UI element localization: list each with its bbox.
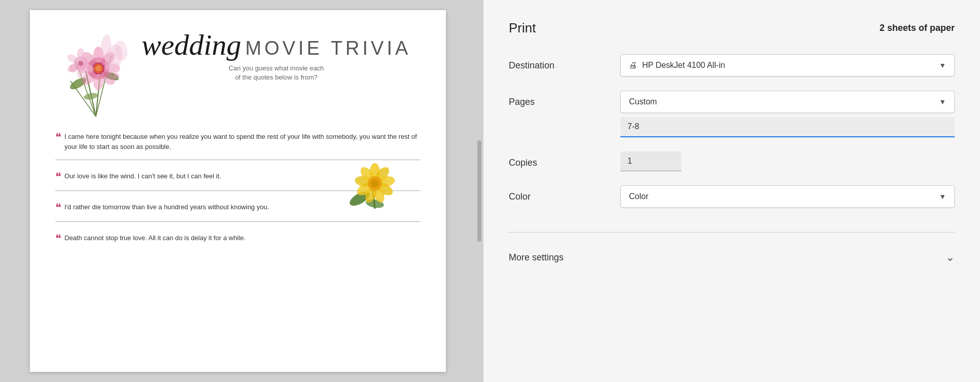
- more-settings-label: More settings: [509, 252, 564, 263]
- yellow-flower-decoration: [344, 153, 405, 214]
- copies-control[interactable]: [620, 151, 955, 171]
- pages-row: Pages Custom ▼: [509, 91, 955, 137]
- pages-value: Custom: [629, 97, 657, 106]
- sheets-info: 2 sheets of paper: [880, 23, 955, 33]
- svg-point-21: [77, 48, 84, 59]
- print-title: Print: [509, 20, 536, 36]
- quote-mark-2: ❝: [55, 171, 61, 182]
- svg-point-19: [95, 65, 101, 71]
- title-movie-trivia: MOVIE TRIVIA: [246, 37, 411, 59]
- quote-mark-1: ❝: [55, 132, 61, 143]
- subtitle: Can you guess what movie each of the quo…: [142, 64, 411, 82]
- svg-point-32: [113, 73, 119, 79]
- svg-point-7: [83, 92, 98, 101]
- title-area: wedding MOVIE TRIVIA Can you guess what …: [136, 30, 411, 82]
- color-row: Color Color ▼: [509, 185, 955, 208]
- print-header: Print 2 sheets of paper: [509, 20, 955, 36]
- printer-icon: 🖨: [629, 61, 637, 70]
- settings-divider: [509, 232, 955, 233]
- scrollbar[interactable]: [476, 0, 483, 382]
- title-wedding: wedding: [142, 30, 241, 60]
- quote-line-3: [55, 221, 421, 222]
- floral-decoration-left: [55, 30, 136, 122]
- printer-icon-wrap: 🖨 HP DeskJet 4100 All-in: [629, 61, 725, 70]
- quote-mark-3: ❝: [55, 202, 61, 213]
- quote-mark-4: ❝: [55, 233, 61, 244]
- destination-value: HP DeskJet 4100 All-in: [642, 61, 725, 70]
- more-settings-chevron-icon[interactable]: ⌄: [946, 251, 955, 264]
- more-settings-row[interactable]: More settings ⌄: [509, 243, 955, 272]
- scrollbar-thumb[interactable]: [477, 140, 481, 242]
- destination-row: Destination 🖨 HP DeskJet 4100 All-in ▼: [509, 54, 955, 77]
- destination-label: Destination: [509, 54, 620, 71]
- svg-point-31: [69, 64, 77, 72]
- pages-select[interactable]: Custom ▼: [620, 91, 955, 113]
- destination-control[interactable]: 🖨 HP DeskJet 4100 All-in ▼: [620, 54, 955, 77]
- pages-label: Pages: [509, 91, 620, 107]
- svg-point-27: [78, 61, 83, 66]
- svg-point-24: [77, 67, 84, 79]
- color-control[interactable]: Color ▼: [620, 185, 955, 208]
- pages-custom-input[interactable]: [620, 117, 955, 137]
- destination-chevron-icon: ▼: [939, 61, 946, 69]
- quote-text-1: ❝ I came here tonight because when you r…: [55, 132, 421, 151]
- quote-item-4: ❝ Death cannot stop true love. All it ca…: [55, 233, 421, 244]
- page-header: wedding MOVIE TRIVIA Can you guess what …: [55, 30, 421, 122]
- destination-select[interactable]: 🖨 HP DeskJet 4100 All-in ▼: [620, 54, 955, 77]
- pages-control[interactable]: Custom ▼: [620, 91, 955, 137]
- quote-text-4: ❝ Death cannot stop true love. All it ca…: [55, 233, 421, 244]
- color-label: Color: [509, 185, 620, 202]
- copies-row: Copies: [509, 151, 955, 171]
- svg-point-46: [371, 179, 379, 187]
- copies-label: Copies: [509, 151, 620, 168]
- preview-area: wedding MOVIE TRIVIA Can you guess what …: [0, 0, 476, 382]
- quote-section: ❝ I came here tonight because when you r…: [55, 132, 421, 244]
- color-select[interactable]: Color ▼: [620, 185, 955, 208]
- color-value: Color: [629, 192, 648, 201]
- color-chevron-icon: ▼: [939, 193, 946, 201]
- pages-chevron-icon: ▼: [939, 98, 946, 106]
- copies-input[interactable]: [620, 151, 681, 171]
- page-preview: wedding MOVIE TRIVIA Can you guess what …: [30, 10, 446, 372]
- print-panel: Print 2 sheets of paper Destination 🖨 HP…: [483, 0, 980, 382]
